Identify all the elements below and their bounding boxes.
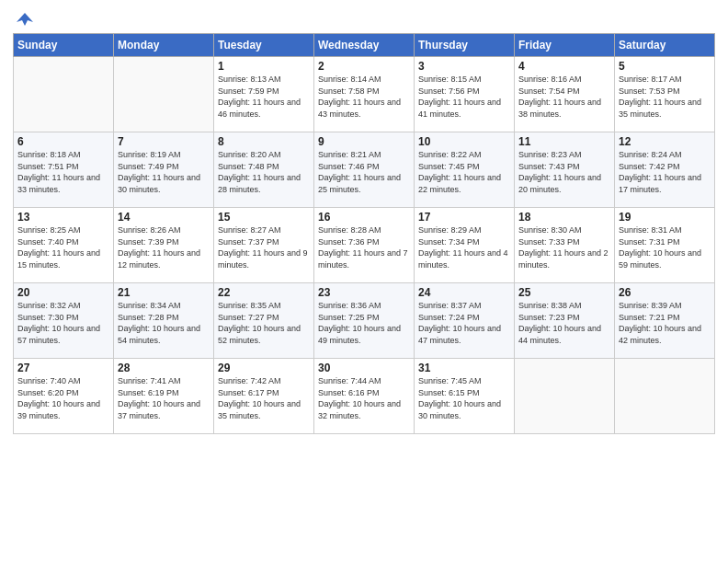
day-info: Sunrise: 8:19 AM Sunset: 7:49 PM Dayligh… <box>118 149 210 195</box>
calendar-header-row: SundayMondayTuesdayWednesdayThursdayFrid… <box>14 34 715 57</box>
calendar-week-row: 27Sunrise: 7:40 AM Sunset: 6:20 PM Dayli… <box>14 359 715 434</box>
day-number: 24 <box>418 286 510 299</box>
svg-marker-0 <box>17 13 33 26</box>
day-info: Sunrise: 8:20 AM Sunset: 7:48 PM Dayligh… <box>218 149 310 195</box>
day-number: 15 <box>218 211 310 224</box>
calendar-day-cell: 29Sunrise: 7:42 AM Sunset: 6:17 PM Dayli… <box>214 359 314 434</box>
calendar-day-cell: 5Sunrise: 8:17 AM Sunset: 7:53 PM Daylig… <box>615 57 715 132</box>
day-info: Sunrise: 8:13 AM Sunset: 7:59 PM Dayligh… <box>218 74 310 120</box>
day-of-week-header: Saturday <box>615 34 715 57</box>
calendar-day-cell: 17Sunrise: 8:29 AM Sunset: 7:34 PM Dayli… <box>415 208 515 283</box>
day-number: 30 <box>318 362 410 374</box>
day-number: 23 <box>318 286 410 299</box>
day-number: 17 <box>418 211 510 224</box>
day-of-week-header: Wednesday <box>314 34 415 57</box>
calendar-day-cell: 26Sunrise: 8:39 AM Sunset: 7:21 PM Dayli… <box>615 283 715 359</box>
calendar-day-cell <box>515 359 615 434</box>
logo <box>13 9 35 28</box>
calendar-day-cell: 8Sunrise: 8:20 AM Sunset: 7:48 PM Daylig… <box>214 132 314 208</box>
day-number: 10 <box>418 135 510 148</box>
day-info: Sunrise: 7:41 AM Sunset: 6:19 PM Dayligh… <box>118 375 210 421</box>
day-info: Sunrise: 8:22 AM Sunset: 7:45 PM Dayligh… <box>418 149 510 195</box>
day-of-week-header: Tuesday <box>214 34 314 57</box>
day-number: 28 <box>118 362 210 374</box>
day-info: Sunrise: 8:16 AM Sunset: 7:54 PM Dayligh… <box>518 74 610 120</box>
day-number: 5 <box>619 60 711 73</box>
day-number: 7 <box>118 135 210 148</box>
day-info: Sunrise: 8:15 AM Sunset: 7:56 PM Dayligh… <box>418 74 510 120</box>
calendar-day-cell: 24Sunrise: 8:37 AM Sunset: 7:24 PM Dayli… <box>415 283 515 359</box>
day-of-week-header: Friday <box>515 34 615 57</box>
day-number: 19 <box>619 211 711 224</box>
calendar-day-cell: 12Sunrise: 8:24 AM Sunset: 7:42 PM Dayli… <box>615 132 715 208</box>
day-number: 9 <box>318 135 410 148</box>
day-number: 3 <box>418 60 510 73</box>
day-info: Sunrise: 7:42 AM Sunset: 6:17 PM Dayligh… <box>218 375 310 421</box>
calendar-day-cell: 28Sunrise: 7:41 AM Sunset: 6:19 PM Dayli… <box>114 359 214 434</box>
calendar-day-cell: 21Sunrise: 8:34 AM Sunset: 7:28 PM Dayli… <box>114 283 214 359</box>
calendar-day-cell <box>615 359 715 434</box>
day-info: Sunrise: 8:24 AM Sunset: 7:42 PM Dayligh… <box>619 149 711 195</box>
day-info: Sunrise: 8:36 AM Sunset: 7:25 PM Dayligh… <box>318 300 410 346</box>
calendar-week-row: 20Sunrise: 8:32 AM Sunset: 7:30 PM Dayli… <box>14 283 715 359</box>
calendar-day-cell: 27Sunrise: 7:40 AM Sunset: 6:20 PM Dayli… <box>14 359 114 434</box>
calendar-day-cell: 19Sunrise: 8:31 AM Sunset: 7:31 PM Dayli… <box>615 208 715 283</box>
day-info: Sunrise: 8:37 AM Sunset: 7:24 PM Dayligh… <box>418 300 510 346</box>
day-info: Sunrise: 8:32 AM Sunset: 7:30 PM Dayligh… <box>17 300 109 346</box>
day-number: 25 <box>518 286 610 299</box>
calendar-day-cell: 3Sunrise: 8:15 AM Sunset: 7:56 PM Daylig… <box>415 57 515 132</box>
day-info: Sunrise: 7:45 AM Sunset: 6:15 PM Dayligh… <box>418 375 510 421</box>
calendar-week-row: 1Sunrise: 8:13 AM Sunset: 7:59 PM Daylig… <box>14 57 715 132</box>
calendar-day-cell: 9Sunrise: 8:21 AM Sunset: 7:46 PM Daylig… <box>314 132 415 208</box>
calendar-day-cell: 25Sunrise: 8:38 AM Sunset: 7:23 PM Dayli… <box>515 283 615 359</box>
day-number: 13 <box>17 211 109 224</box>
header <box>13 9 715 28</box>
day-number: 20 <box>17 286 109 299</box>
calendar-day-cell: 11Sunrise: 8:23 AM Sunset: 7:43 PM Dayli… <box>515 132 615 208</box>
day-info: Sunrise: 8:14 AM Sunset: 7:58 PM Dayligh… <box>318 74 410 120</box>
day-number: 31 <box>418 362 510 374</box>
day-info: Sunrise: 8:17 AM Sunset: 7:53 PM Dayligh… <box>619 74 711 120</box>
calendar-day-cell: 18Sunrise: 8:30 AM Sunset: 7:33 PM Dayli… <box>515 208 615 283</box>
day-info: Sunrise: 8:35 AM Sunset: 7:27 PM Dayligh… <box>218 300 310 346</box>
day-info: Sunrise: 8:21 AM Sunset: 7:46 PM Dayligh… <box>318 149 410 195</box>
day-number: 12 <box>619 135 711 148</box>
calendar-day-cell: 13Sunrise: 8:25 AM Sunset: 7:40 PM Dayli… <box>14 208 114 283</box>
logo-bird-icon <box>15 9 35 29</box>
page-container: SundayMondayTuesdayWednesdayThursdayFrid… <box>0 0 728 442</box>
day-number: 14 <box>118 211 210 224</box>
calendar-day-cell: 14Sunrise: 8:26 AM Sunset: 7:39 PM Dayli… <box>114 208 214 283</box>
calendar-day-cell <box>14 57 114 132</box>
calendar-day-cell: 10Sunrise: 8:22 AM Sunset: 7:45 PM Dayli… <box>415 132 515 208</box>
day-info: Sunrise: 8:31 AM Sunset: 7:31 PM Dayligh… <box>619 224 711 270</box>
calendar-day-cell: 31Sunrise: 7:45 AM Sunset: 6:15 PM Dayli… <box>415 359 515 434</box>
day-info: Sunrise: 8:38 AM Sunset: 7:23 PM Dayligh… <box>518 300 610 346</box>
day-info: Sunrise: 8:18 AM Sunset: 7:51 PM Dayligh… <box>17 149 109 195</box>
calendar-day-cell: 22Sunrise: 8:35 AM Sunset: 7:27 PM Dayli… <box>214 283 314 359</box>
day-number: 16 <box>318 211 410 224</box>
day-number: 8 <box>218 135 310 148</box>
calendar-day-cell: 7Sunrise: 8:19 AM Sunset: 7:49 PM Daylig… <box>114 132 214 208</box>
day-number: 27 <box>17 362 109 374</box>
calendar-day-cell: 30Sunrise: 7:44 AM Sunset: 6:16 PM Dayli… <box>314 359 415 434</box>
day-info: Sunrise: 8:23 AM Sunset: 7:43 PM Dayligh… <box>518 149 610 195</box>
day-number: 22 <box>218 286 310 299</box>
calendar-table: SundayMondayTuesdayWednesdayThursdayFrid… <box>13 33 715 434</box>
day-info: Sunrise: 7:40 AM Sunset: 6:20 PM Dayligh… <box>17 375 109 421</box>
calendar-week-row: 6Sunrise: 8:18 AM Sunset: 7:51 PM Daylig… <box>14 132 715 208</box>
calendar-day-cell: 6Sunrise: 8:18 AM Sunset: 7:51 PM Daylig… <box>14 132 114 208</box>
calendar-day-cell <box>114 57 214 132</box>
day-info: Sunrise: 8:34 AM Sunset: 7:28 PM Dayligh… <box>118 300 210 346</box>
day-info: Sunrise: 8:28 AM Sunset: 7:36 PM Dayligh… <box>318 224 410 270</box>
day-number: 29 <box>218 362 310 374</box>
day-info: Sunrise: 8:39 AM Sunset: 7:21 PM Dayligh… <box>619 300 711 346</box>
day-number: 18 <box>518 211 610 224</box>
day-number: 6 <box>17 135 109 148</box>
calendar-day-cell: 20Sunrise: 8:32 AM Sunset: 7:30 PM Dayli… <box>14 283 114 359</box>
day-info: Sunrise: 8:30 AM Sunset: 7:33 PM Dayligh… <box>518 224 610 270</box>
day-number: 11 <box>518 135 610 148</box>
day-number: 1 <box>218 60 310 73</box>
calendar-week-row: 13Sunrise: 8:25 AM Sunset: 7:40 PM Dayli… <box>14 208 715 283</box>
day-number: 4 <box>518 60 610 73</box>
day-of-week-header: Sunday <box>14 34 114 57</box>
